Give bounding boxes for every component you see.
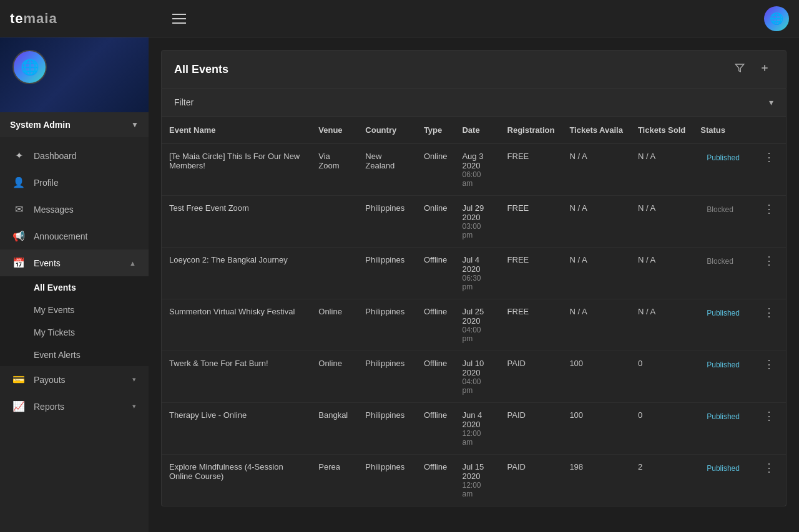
plus-icon: [760, 63, 770, 73]
cell-type: Online: [416, 144, 455, 196]
cell-status: Published: [693, 144, 753, 196]
cell-country: Philippines: [358, 403, 416, 455]
row-more-button[interactable]: ⋮: [761, 462, 778, 473]
cell-more: ⋮: [753, 351, 786, 403]
filter-bar[interactable]: Filter ▾: [161, 89, 787, 117]
cell-tickets-sold: N / A: [630, 248, 693, 299]
my-tickets-label: My Tickets: [34, 327, 75, 337]
cell-date: Jul 15 2020 12:00 am: [454, 455, 499, 506]
cell-status: Blocked: [693, 248, 753, 299]
sidebar-label-dashboard: Dashboard: [34, 151, 136, 161]
table-row: Therapy Live - Online Bangkal Philippine…: [162, 403, 786, 455]
cell-type: Offline: [416, 299, 455, 351]
cell-date: Jul 29 2020 03:00 pm: [454, 196, 499, 248]
add-event-button[interactable]: [756, 60, 773, 78]
events-table: Event Name Venue Country Type Date Regis…: [162, 117, 786, 506]
main-content: All Events Filter ▾ Event Name Venu: [149, 37, 799, 532]
sidebar-item-my-tickets[interactable]: My Tickets: [0, 321, 149, 344]
sidebar-item-dashboard[interactable]: ✦ Dashboard: [0, 142, 149, 169]
status-badge: Published: [700, 462, 746, 475]
table-row: [Te Maia Circle] This Is For Our New Mem…: [162, 144, 786, 196]
sidebar-item-profile[interactable]: 👤 Profile: [0, 169, 149, 196]
sidebar-item-messages[interactable]: ✉ Messages: [0, 196, 149, 223]
panel-actions: [731, 60, 773, 78]
logo: temaia: [10, 11, 57, 27]
sidebar-user-menu[interactable]: System Admin ▼: [0, 112, 149, 137]
sidebar-item-events[interactable]: 📅 Events ▲: [0, 249, 149, 276]
col-actions: [753, 117, 786, 144]
row-more-button[interactable]: ⋮: [761, 152, 778, 163]
cell-status: Blocked: [693, 196, 753, 248]
cell-date: Aug 3 2020 06:00 am: [454, 144, 499, 196]
cell-type: Offline: [416, 403, 455, 455]
cell-date: Jun 4 2020 12:00 am: [454, 403, 499, 455]
profile-avatar: 🌐: [12, 50, 47, 84]
status-badge: Published: [700, 359, 746, 371]
row-more-button[interactable]: ⋮: [761, 203, 778, 215]
sidebar-item-all-events[interactable]: All Events: [0, 276, 149, 299]
table-row: Test Free Event Zoom Philippines Online …: [162, 196, 786, 248]
col-country: Country: [358, 117, 416, 144]
panel-header: All Events: [161, 50, 787, 89]
cell-date: Jul 10 2020 04:00 pm: [454, 351, 499, 403]
cell-country: Philippines: [358, 248, 416, 299]
sidebar-label-payouts: Payouts: [34, 375, 124, 385]
svg-marker-0: [735, 64, 743, 72]
events-icon: 📅: [12, 257, 25, 269]
sidebar-username: System Admin: [10, 120, 71, 130]
cell-date: Jul 4 2020 06:30 pm: [454, 248, 499, 299]
user-avatar-top[interactable]: 🌐: [764, 6, 789, 31]
col-event-name: Event Name: [162, 117, 311, 144]
cell-tickets-available: 198: [562, 455, 630, 506]
cell-tickets-sold: 0: [630, 351, 693, 403]
cell-tickets-available: 100: [562, 351, 630, 403]
cell-country: New Zealand: [358, 144, 416, 196]
cell-venue: Online: [311, 299, 358, 351]
table-row: Twerk & Tone For Fat Burn! Online Philip…: [162, 351, 786, 403]
all-events-label: All Events: [34, 283, 76, 293]
cell-more: ⋮: [753, 403, 786, 455]
sidebar-item-event-alerts[interactable]: Event Alerts: [0, 344, 149, 366]
cell-event-name: Twerk & Tone For Fat Burn!: [162, 351, 311, 403]
sidebar-item-payouts[interactable]: 💳 Payouts ▾: [0, 366, 149, 393]
hamburger-button[interactable]: [167, 11, 191, 26]
cell-status: Published: [693, 351, 753, 403]
payouts-chevron-icon: ▾: [132, 375, 136, 384]
cell-tickets-sold: N / A: [630, 144, 693, 196]
cell-country: Philippines: [358, 455, 416, 506]
status-badge: Blocked: [700, 203, 740, 216]
sidebar-label-profile: Profile: [34, 178, 136, 188]
cell-country: Philippines: [358, 196, 416, 248]
sidebar-item-reports[interactable]: 📈 Reports ▾: [0, 393, 149, 420]
col-tickets-sold: Tickets Sold: [630, 117, 693, 144]
sidebar-label-reports: Reports: [34, 402, 124, 412]
sidebar-item-my-events[interactable]: My Events: [0, 299, 149, 321]
cell-type: Offline: [416, 248, 455, 299]
row-more-button[interactable]: ⋮: [761, 307, 778, 318]
table-row: Summerton Virtual Whisky Festival Online…: [162, 299, 786, 351]
sidebar-item-announcements[interactable]: 📢 Annoucement: [0, 223, 149, 249]
row-more-button[interactable]: ⋮: [761, 359, 778, 370]
filter-icon: [735, 63, 745, 73]
filter-label: Filter: [174, 97, 194, 107]
row-more-button[interactable]: ⋮: [761, 255, 778, 266]
row-more-button[interactable]: ⋮: [761, 410, 778, 422]
status-badge: Published: [700, 410, 746, 423]
announcement-icon: 📢: [12, 230, 25, 242]
filter-icon-button[interactable]: [731, 60, 748, 78]
cell-tickets-sold: N / A: [630, 299, 693, 351]
cell-event-name: Therapy Live - Online: [162, 403, 311, 455]
cell-event-name: [Te Maia Circle] This Is For Our New Mem…: [162, 144, 311, 196]
cell-more: ⋮: [753, 248, 786, 299]
col-date: Date: [454, 117, 499, 144]
cell-event-name: Summerton Virtual Whisky Festival: [162, 299, 311, 351]
cell-tickets-sold: 2: [630, 455, 693, 506]
status-badge: Published: [700, 152, 746, 164]
sidebar-label-announcements: Annoucement: [34, 231, 136, 241]
cell-registration: FREE: [500, 144, 562, 196]
cell-venue: Bangkal: [311, 403, 358, 455]
filter-chevron-icon: ▾: [769, 97, 773, 107]
cell-event-name: Explore Mindfulness (4-Session Online Co…: [162, 455, 311, 506]
sidebar: 🌐 System Admin ▼ ✦ Dashboard 👤 Profile ✉…: [0, 37, 149, 532]
sidebar-user-chevron-icon: ▼: [131, 120, 139, 129]
